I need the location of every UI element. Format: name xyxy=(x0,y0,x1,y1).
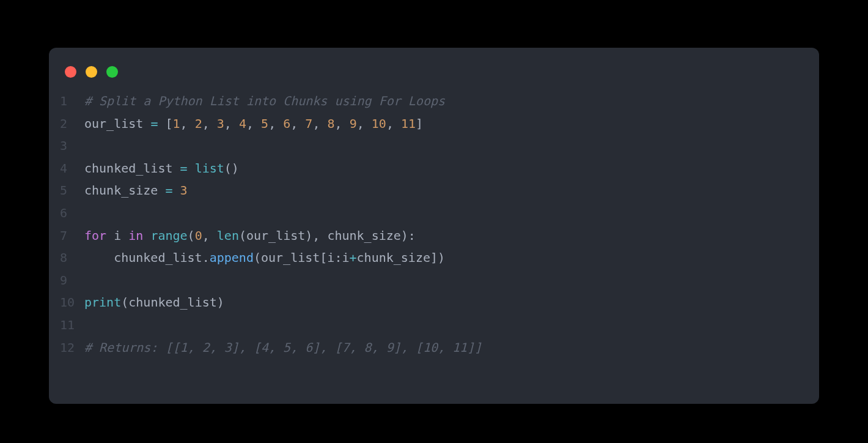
token-txt: our_list xyxy=(84,116,150,131)
token-kw: in xyxy=(128,228,143,243)
line-content: chunked_list = list() xyxy=(84,157,239,180)
token-txt xyxy=(143,228,150,243)
token-op: = xyxy=(165,183,172,198)
token-op: = xyxy=(180,161,188,176)
line-content: # Split a Python List into Chunks using … xyxy=(84,90,445,113)
line-content xyxy=(84,135,92,157)
line-number: 6 xyxy=(60,202,84,225)
token-num: 3 xyxy=(180,183,188,198)
token-num: 8 xyxy=(328,116,335,131)
line-number: 12 xyxy=(60,337,84,359)
token-txt xyxy=(188,161,195,176)
token-num: 9 xyxy=(350,116,357,131)
code-line: 1# Split a Python List into Chunks using… xyxy=(60,90,819,113)
token-bi: range xyxy=(150,228,187,243)
token-num: 5 xyxy=(261,116,268,131)
token-fn: append xyxy=(210,250,254,265)
code-line: 10print(chunked_list) xyxy=(60,291,819,314)
token-num: 4 xyxy=(239,116,246,131)
code-line: 6 xyxy=(60,202,819,225)
minimize-icon[interactable] xyxy=(86,66,97,78)
code-line: 7for i in range(0, len(our_list), chunk_… xyxy=(60,225,819,247)
line-number: 4 xyxy=(60,157,84,180)
line-number: 1 xyxy=(60,90,84,113)
code-line: 9 xyxy=(60,269,819,292)
token-txt: , xyxy=(246,116,261,131)
token-op: + xyxy=(350,250,357,265)
line-number: 11 xyxy=(60,314,84,337)
token-txt: (chunked_list) xyxy=(121,295,224,310)
token-num: 10 xyxy=(372,116,386,131)
code-line: 4chunked_list = list() xyxy=(60,157,819,180)
line-content xyxy=(84,269,92,292)
token-txt: , xyxy=(202,116,217,131)
token-num: 7 xyxy=(305,116,312,131)
line-content xyxy=(84,314,92,337)
line-content: our_list = [1, 2, 3, 4, 5, 6, 7, 8, 9, 1… xyxy=(84,113,423,135)
token-kw: for xyxy=(84,228,106,243)
token-num: 0 xyxy=(195,228,202,243)
token-cmt: # Returns: [[1, 2, 3], [4, 5, 6], [7, 8,… xyxy=(84,340,482,355)
line-content xyxy=(84,202,92,225)
line-number: 5 xyxy=(60,179,84,202)
token-txt: ] xyxy=(416,116,423,131)
token-num: 11 xyxy=(401,116,416,131)
maximize-icon[interactable] xyxy=(106,66,118,78)
token-txt: , xyxy=(180,116,195,131)
token-num: 6 xyxy=(283,116,290,131)
line-number: 7 xyxy=(60,225,84,247)
token-txt: , xyxy=(386,116,401,131)
line-number: 2 xyxy=(60,113,84,135)
line-number: 3 xyxy=(60,135,84,157)
code-line: 8 chunked_list.append(our_list[i:i+chunk… xyxy=(60,247,819,269)
token-bi: list xyxy=(195,161,224,176)
token-txt xyxy=(173,183,180,198)
token-num: 3 xyxy=(217,116,224,131)
token-txt: chunk_size xyxy=(84,183,165,198)
line-number: 9 xyxy=(60,269,84,292)
token-num: 2 xyxy=(195,116,202,131)
code-block: 1# Split a Python List into Chunks using… xyxy=(49,90,819,359)
token-txt: , xyxy=(357,116,372,131)
token-bi: print xyxy=(84,295,121,310)
token-txt: chunk_size]) xyxy=(357,250,446,265)
code-window: 1# Split a Python List into Chunks using… xyxy=(49,48,819,404)
line-number: 10 xyxy=(60,291,84,314)
line-content: for i in range(0, len(our_list), chunk_s… xyxy=(84,225,416,247)
token-op: = xyxy=(150,116,158,131)
code-line: 12# Returns: [[1, 2, 3], [4, 5, 6], [7, … xyxy=(60,337,819,359)
line-content: chunk_size = 3 xyxy=(84,179,188,202)
token-cmt: # Split a Python List into Chunks using … xyxy=(84,94,445,108)
code-line: 11 xyxy=(60,314,819,337)
token-txt: , xyxy=(335,116,350,131)
token-txt: chunked_list xyxy=(84,161,180,176)
token-txt: i xyxy=(106,228,128,243)
window-titlebar xyxy=(49,66,819,90)
token-txt: , xyxy=(202,228,217,243)
token-txt: , xyxy=(290,116,305,131)
line-number: 8 xyxy=(60,247,84,269)
token-txt: chunked_list. xyxy=(84,250,210,265)
token-txt: , xyxy=(312,116,327,131)
token-txt: [ xyxy=(158,116,172,131)
token-txt: ( xyxy=(188,228,195,243)
line-content: chunked_list.append(our_list[i:i+chunk_s… xyxy=(84,247,445,269)
close-icon[interactable] xyxy=(65,66,76,78)
token-bi: len xyxy=(217,228,239,243)
code-line: 2our_list = [1, 2, 3, 4, 5, 6, 7, 8, 9, … xyxy=(60,113,819,135)
token-txt: (our_list), chunk_size): xyxy=(239,228,416,243)
line-content: # Returns: [[1, 2, 3], [4, 5, 6], [7, 8,… xyxy=(84,337,482,359)
line-content: print(chunked_list) xyxy=(84,291,224,314)
code-line: 5chunk_size = 3 xyxy=(60,179,819,202)
token-txt: , xyxy=(268,116,283,131)
token-txt: () xyxy=(224,161,239,176)
token-txt: , xyxy=(224,116,239,131)
token-txt: (our_list[i:i xyxy=(254,250,350,265)
token-num: 1 xyxy=(173,116,180,131)
code-line: 3 xyxy=(60,135,819,157)
